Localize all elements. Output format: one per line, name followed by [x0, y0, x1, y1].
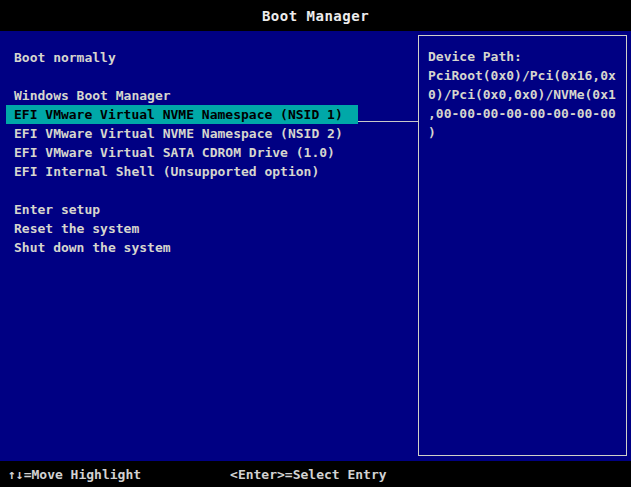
menu-item-efi-sata-cdrom[interactable]: EFI VMware Virtual SATA CDROM Drive (1.0… [6, 143, 408, 162]
boot-menu: Boot normally Windows Boot Manager EFI V… [6, 48, 408, 257]
device-path-heading: Device Path: [428, 47, 617, 66]
device-path-panel: Device Path: PciRoot(0x0)/Pci(0x16,0x 0)… [418, 35, 627, 456]
move-highlight-hint: ↑↓=Move Highlight [8, 467, 141, 482]
selection-connector-line [358, 121, 419, 122]
menu-spacer [6, 67, 408, 86]
menu-item-reset-system[interactable]: Reset the system [6, 219, 408, 238]
menu-item-efi-nvme-nsid2[interactable]: EFI VMware Virtual NVME Namespace (NSID … [6, 124, 408, 143]
title-bar: Boot Manager [0, 0, 631, 31]
boot-manager-screen: Boot Manager Boot normally Windows Boot … [0, 0, 631, 487]
key-hint-bar: ↑↓=Move Highlight <Enter>=Select Entry [0, 461, 631, 487]
menu-item-shut-down[interactable]: Shut down the system [6, 238, 408, 257]
menu-item-efi-internal-shell[interactable]: EFI Internal Shell (Unsupported option) [6, 162, 408, 181]
menu-spacer [6, 181, 408, 200]
menu-item-boot-normally[interactable]: Boot normally [6, 48, 408, 67]
device-path-line: 0)/Pci(0x0,0x0)/NVMe(0x1 [428, 85, 617, 104]
device-path-line: ) [428, 123, 617, 142]
page-title: Boot Manager [262, 8, 369, 24]
menu-item-efi-nvme-nsid1[interactable]: EFI VMware Virtual NVME Namespace (NSID … [6, 105, 358, 124]
menu-item-enter-setup[interactable]: Enter setup [6, 200, 408, 219]
menu-item-windows-boot-manager[interactable]: Windows Boot Manager [6, 86, 408, 105]
device-path-line: PciRoot(0x0)/Pci(0x16,0x [428, 66, 617, 85]
device-path-line: ,00-00-00-00-00-00-00-00 [428, 104, 617, 123]
select-entry-hint: <Enter>=Select Entry [230, 467, 387, 482]
